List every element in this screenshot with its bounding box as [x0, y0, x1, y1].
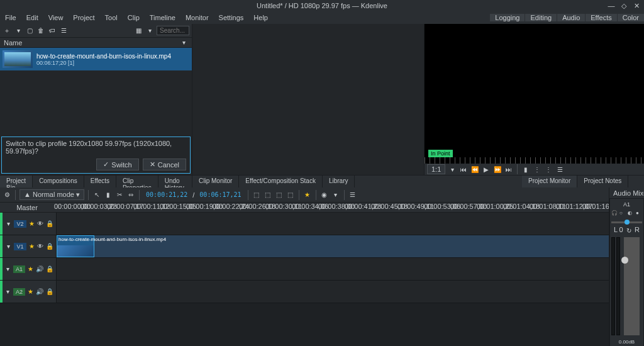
menu-tool[interactable]: Tool	[100, 14, 123, 21]
add-clip-icon[interactable]: ＋	[3, 26, 11, 35]
star-icon[interactable]: ★	[28, 265, 33, 272]
chevron-down-icon[interactable]: ▾	[331, 191, 340, 199]
zoom-select[interactable]: 1:1	[427, 164, 445, 174]
mute-icon[interactable]: 👁	[37, 242, 43, 251]
play-icon[interactable]: ▶	[482, 165, 491, 174]
lock-icon[interactable]: 🔒	[46, 242, 53, 251]
db-value[interactable]: 0.00dB	[619, 339, 635, 345]
search-input[interactable]	[157, 26, 189, 35]
menu-icon[interactable]: ☰	[348, 191, 357, 199]
menu-view[interactable]: View	[43, 14, 69, 21]
minimize-icon[interactable]: —	[608, 2, 615, 9]
tab-library[interactable]: Library	[323, 176, 355, 187]
track-body[interactable]	[57, 213, 609, 235]
pointer-icon[interactable]: ↖	[92, 191, 101, 199]
snap-icon[interactable]: ⬚	[286, 191, 295, 199]
chevron-down-icon[interactable]: ▾	[145, 26, 154, 35]
workspace-editing[interactable]: Editing	[525, 14, 557, 21]
clip-item[interactable]: how-to-create-mount-and-burn-isos-in-lin…	[0, 48, 192, 70]
monitor-ruler[interactable]	[425, 157, 644, 164]
menu-help[interactable]: Help	[248, 14, 273, 21]
tag-icon[interactable]: 🏷	[48, 26, 57, 35]
timeline-ruler[interactable]: Master 00:00:00,0000:00:03,2300:00:07,17…	[0, 203, 609, 213]
favorite-icon[interactable]: ★	[303, 191, 312, 199]
chevron-down-icon[interactable]: ▾	[14, 26, 23, 35]
delete-icon[interactable]: 🗑	[36, 26, 45, 35]
tab-effects[interactable]: Effects	[84, 176, 116, 187]
track-label[interactable]: A1	[13, 265, 25, 273]
view-icon[interactable]: ▦	[134, 26, 143, 35]
spacer-icon[interactable]: ⇔	[126, 191, 135, 199]
track-label[interactable]: V2	[14, 220, 26, 228]
tab-effect-stack[interactable]: Effect/Composition Stack	[239, 176, 323, 187]
track-body[interactable]	[57, 281, 609, 303]
pan-slider[interactable]	[611, 221, 642, 223]
menu-timeline[interactable]: Timeline	[145, 14, 180, 21]
star-icon[interactable]: ★	[29, 220, 35, 227]
mute-icon[interactable]: 👁	[37, 220, 43, 228]
track-body[interactable]	[57, 258, 609, 280]
rec-icon[interactable]: ●	[636, 210, 642, 216]
marker-icon[interactable]: ▮	[521, 165, 530, 174]
timecode-current[interactable]: 00:00:21,22	[143, 191, 190, 198]
more-icon[interactable]: ⋮	[533, 165, 541, 174]
rewind-start-icon[interactable]: ⏮	[459, 165, 468, 174]
menu-settings[interactable]: Settings	[214, 14, 249, 21]
rewind-icon[interactable]: ⏪	[470, 165, 479, 174]
headphone-icon[interactable]: 🎧	[611, 210, 618, 216]
chevron-down-icon[interactable]: ▾	[179, 38, 188, 47]
cut-icon[interactable]: ✂	[115, 191, 124, 199]
close-icon[interactable]: ✕	[633, 2, 640, 9]
preview-icon[interactable]: ◉	[320, 191, 329, 199]
in-point-marker[interactable]: In Point	[428, 150, 453, 157]
solo-icon[interactable]: ◐	[628, 210, 634, 216]
cancel-button[interactable]: ✕Cancel	[143, 159, 186, 170]
tab-project-notes[interactable]: Project Notes	[577, 176, 628, 187]
workspace-audio[interactable]: Audio	[557, 14, 585, 21]
menu-file[interactable]: File	[0, 14, 21, 21]
track-body[interactable]: how-to-create-mount-and-burn-isos-in-lin…	[57, 235, 609, 257]
tab-project-monitor[interactable]: Project Monitor	[522, 176, 577, 187]
collapse-icon[interactable]: ▾	[5, 287, 11, 296]
folder-icon[interactable]: ▢	[25, 26, 34, 35]
more-icon[interactable]: ⋮	[544, 165, 553, 174]
gear-icon[interactable]: ⚙	[3, 191, 11, 199]
star-icon[interactable]: ★	[28, 288, 33, 295]
menu-monitor[interactable]: Monitor	[180, 14, 214, 21]
star-icon[interactable]: ★	[29, 243, 35, 250]
snap-icon[interactable]: ⬚	[264, 191, 272, 199]
volume-slider[interactable]	[624, 237, 640, 335]
workspace-logging[interactable]: Logging	[489, 14, 525, 21]
volume-icon[interactable]: 🔊	[36, 265, 43, 274]
lock-icon[interactable]: 🔒	[46, 287, 53, 296]
tab-clip-monitor[interactable]: Clip Monitor	[192, 176, 239, 187]
menu-clip[interactable]: Clip	[123, 14, 145, 21]
collapse-icon[interactable]: ▾	[5, 242, 11, 251]
menu-project[interactable]: Project	[68, 14, 99, 21]
reset-icon[interactable]: ↻	[625, 226, 633, 235]
collapse-icon[interactable]: ▾	[5, 220, 11, 228]
lock-icon[interactable]: 🔒	[46, 220, 53, 228]
menu-icon[interactable]: ☰	[59, 26, 68, 35]
lock-icon[interactable]: 🔒	[46, 265, 53, 274]
chevron-down-icon[interactable]: ▾	[448, 165, 457, 174]
forward-end-icon[interactable]: ⏭	[504, 165, 513, 174]
menu-edit[interactable]: Edit	[21, 14, 43, 21]
tab-clip-properties[interactable]: Clip Properties	[116, 176, 158, 187]
timeline-clip[interactable]: how-to-create-mount-and-burn-isos-in-lin…	[57, 235, 94, 257]
tab-compositions[interactable]: Compositions	[33, 176, 84, 187]
name-column[interactable]: Name	[4, 39, 22, 47]
workspace-effects[interactable]: Effects	[585, 14, 616, 21]
collapse-icon[interactable]: ▾	[5, 265, 11, 274]
mode-select[interactable]: ▲ Normal mode ▾	[19, 189, 84, 200]
workspace-color[interactable]: Color	[617, 14, 644, 21]
razor-icon[interactable]: ▮	[104, 191, 113, 199]
snap-icon[interactable]: ⬚	[252, 191, 261, 199]
tab-undo-history[interactable]: Undo History	[158, 176, 192, 187]
mute-icon[interactable]: ○	[619, 210, 626, 216]
menu-icon[interactable]: ☰	[555, 165, 564, 174]
project-monitor[interactable]: In Point 1:1 ▾ ⏮ ⏪ ▶ ⏩ ⏭ ▮ ⋮ ⋮ ☰	[424, 24, 644, 175]
switch-button[interactable]: ✓Switch	[96, 159, 138, 170]
track-label[interactable]: V1	[14, 243, 26, 250]
maximize-icon[interactable]: ◇	[620, 2, 628, 9]
